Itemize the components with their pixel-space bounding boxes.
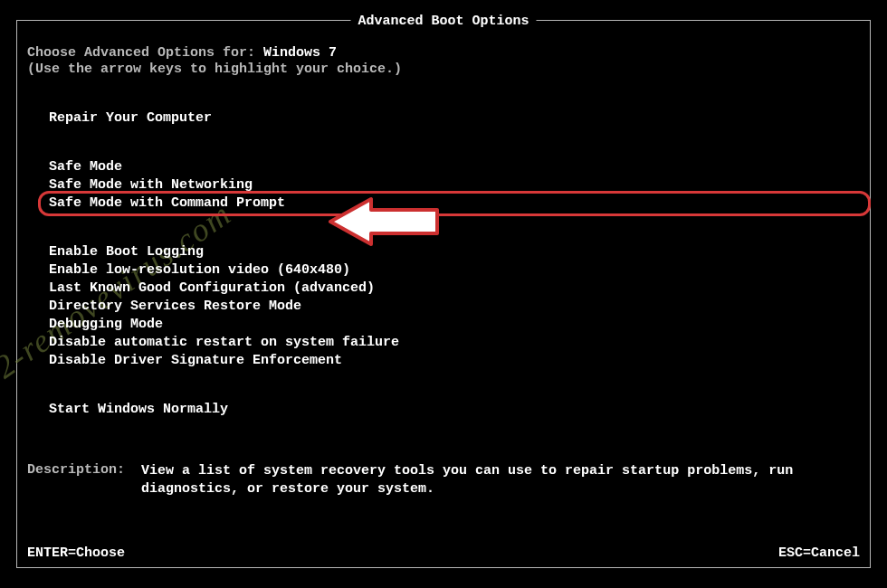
menu-repair[interactable]: Repair Your Computer: [49, 109, 212, 128]
description-text: View a list of system recovery tools you…: [141, 462, 860, 498]
menu-start-normal[interactable]: Start Windows Normally: [49, 401, 228, 419]
menu-lowres-video[interactable]: Enable low-resolution video (640x480): [49, 261, 350, 280]
prompt-line: Choose Advanced Options for: Windows 7: [27, 45, 860, 61]
menu-boot-logging[interactable]: Enable Boot Logging: [49, 243, 204, 261]
menu-safe-mode-cmd[interactable]: Safe Mode with Command Prompt: [49, 194, 285, 213]
menu-ds-restore[interactable]: Directory Services Restore Mode: [49, 298, 301, 316]
menu-safe-mode[interactable]: Safe Mode: [49, 158, 122, 176]
description-block: Description: View a list of system recov…: [27, 462, 860, 498]
prompt-hint: (Use the arrow keys to highlight your ch…: [27, 62, 860, 77]
screen-title: Advanced Boot Options: [350, 14, 536, 29]
menu-disable-restart[interactable]: Disable automatic restart on system fail…: [49, 334, 399, 352]
footer-enter: ENTER=Choose: [27, 545, 125, 561]
boot-menu: Repair Your Computer Safe Mode Safe Mode…: [49, 109, 860, 419]
menu-group-safemode: Safe Mode Safe Mode with Networking Safe…: [49, 158, 860, 213]
prompt-os: Windows 7: [263, 45, 337, 61]
menu-disable-sig[interactable]: Disable Driver Signature Enforcement: [49, 352, 342, 370]
description-label: Description:: [27, 462, 125, 498]
arrow-annotation-icon: [321, 190, 448, 258]
footer-bar: ENTER=Choose ESC=Cancel: [27, 545, 860, 561]
menu-group-options: Enable Boot Logging Enable low-resolutio…: [49, 243, 860, 370]
prompt-prefix: Choose Advanced Options for:: [27, 45, 263, 61]
menu-debugging[interactable]: Debugging Mode: [49, 316, 163, 334]
footer-esc: ESC=Cancel: [778, 545, 860, 561]
menu-safe-mode-net[interactable]: Safe Mode with Networking: [49, 176, 253, 194]
menu-last-known-good[interactable]: Last Known Good Configuration (advanced): [49, 280, 375, 298]
content-area: Choose Advanced Options for: Windows 7 (…: [27, 45, 860, 498]
